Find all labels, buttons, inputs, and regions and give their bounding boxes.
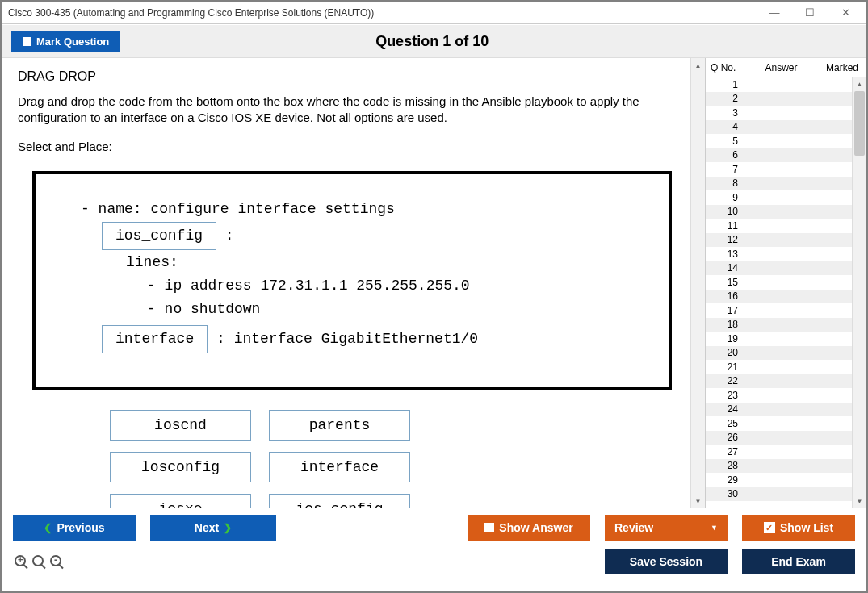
window-titlebar: Cisco 300-435 (Automating and Programmin… [2, 2, 866, 24]
question-row[interactable]: 12 [706, 233, 852, 248]
question-number: 8 [706, 177, 744, 189]
question-number: 3 [706, 107, 744, 119]
maximize-button[interactable]: ☐ [795, 5, 824, 21]
question-row[interactable]: 7 [706, 162, 852, 177]
option-ios-config[interactable]: ios config [269, 494, 410, 509]
option-iosxe[interactable]: iosxe [110, 494, 251, 509]
chevron-right-icon: ❯ [224, 522, 232, 533]
question-row[interactable]: 27 [706, 445, 852, 459]
question-row[interactable]: 9 [706, 190, 852, 205]
option-interface[interactable]: interface [269, 452, 410, 482]
question-number: 9 [706, 192, 744, 203]
next-button[interactable]: Next ❯ [150, 515, 276, 541]
zoom-controls [13, 553, 61, 570]
side-scroll-down-icon[interactable]: ▼ [853, 495, 866, 508]
button-row-1: ❮ Previous Next ❯ Show Answer Review ▼ ✓… [13, 515, 855, 541]
question-row[interactable]: 10 [706, 205, 852, 219]
scroll-down-icon[interactable]: ▼ [691, 494, 705, 508]
zoom-reset-icon[interactable] [32, 553, 44, 570]
question-number: 12 [706, 234, 744, 245]
window-title: Cisco 300-435 (Automating and Programmin… [8, 7, 760, 19]
question-number: 19 [706, 333, 744, 345]
show-answer-label: Show Answer [499, 521, 572, 534]
question-row[interactable]: 29 [706, 473, 852, 487]
question-row[interactable]: 5 [706, 134, 852, 148]
option-parents[interactable]: parents [269, 410, 410, 441]
question-number: 6 [706, 149, 744, 161]
question-number: 21 [706, 361, 744, 373]
review-button[interactable]: Review ▼ [605, 515, 728, 541]
option-ioscnd[interactable]: ioscnd [110, 410, 251, 441]
save-session-label: Save Session [630, 555, 702, 568]
question-row[interactable]: 19 [706, 332, 852, 346]
question-row[interactable]: 30 [706, 487, 852, 502]
question-row[interactable]: 28 [706, 459, 852, 474]
question-number: 23 [706, 390, 744, 401]
question-row[interactable]: 23 [706, 388, 852, 403]
check-icon: ✓ [764, 522, 775, 533]
ansible-code-box: - name: configure interface settings ios… [32, 171, 672, 390]
main-area: DRAG DROP Drag and drop the code from th… [2, 58, 866, 508]
question-row[interactable]: 26 [706, 431, 852, 445]
interface-text: : interface GigabitEthernet1/0 [216, 331, 478, 347]
question-row[interactable]: 3 [706, 106, 852, 120]
close-button[interactable]: ✕ [831, 5, 860, 21]
question-number: 11 [706, 220, 744, 232]
question-row[interactable]: 18 [706, 318, 852, 332]
question-number: 14 [706, 262, 744, 274]
show-list-button[interactable]: ✓ Show List [742, 515, 855, 541]
question-row[interactable]: 8 [706, 177, 852, 191]
question-row[interactable]: 21 [706, 360, 852, 374]
question-row[interactable]: 24 [706, 403, 852, 417]
question-number: 7 [706, 164, 744, 175]
show-list-label: Show List [780, 521, 833, 534]
option-losconfig[interactable]: losconfig [110, 452, 251, 482]
question-row[interactable]: 2 [706, 92, 852, 106]
review-label: Review [614, 521, 653, 534]
code-line-lines: lines: [81, 252, 644, 274]
question-row[interactable]: 4 [706, 120, 852, 135]
question-type: DRAG DROP [18, 69, 674, 84]
code-line-ip: - ip address 172.31.1.1 255.255.255.0 [81, 275, 644, 297]
question-number: 30 [706, 488, 744, 499]
question-row[interactable]: 16 [706, 290, 852, 304]
zoom-in-icon[interactable] [15, 553, 26, 570]
question-row[interactable]: 13 [706, 247, 852, 261]
code-line-module: ios_config : [81, 222, 644, 250]
scroll-up-icon[interactable]: ▲ [691, 58, 705, 73]
question-content: DRAG DROP Drag and drop the code from th… [2, 58, 690, 508]
previous-button[interactable]: ❮ Previous [13, 515, 136, 541]
question-number: 17 [706, 305, 744, 316]
minimize-button[interactable]: — [760, 5, 789, 21]
question-row[interactable]: 20 [706, 346, 852, 361]
side-scrollbar[interactable]: ▲ ▼ [852, 77, 866, 508]
show-answer-button[interactable]: Show Answer [468, 515, 590, 541]
question-rows: 1234567891011121314151617181920212223242… [706, 77, 852, 508]
question-row[interactable]: 1 [706, 77, 852, 92]
square-icon [484, 523, 494, 532]
save-session-button[interactable]: Save Session [605, 549, 728, 574]
col-answer: Answer [744, 62, 818, 73]
question-row[interactable]: 22 [706, 374, 852, 389]
content-scrollbar[interactable]: ▲ ▼ [690, 58, 705, 508]
question-number: 24 [706, 403, 744, 415]
question-number: 28 [706, 460, 744, 471]
question-row[interactable]: 17 [706, 303, 852, 318]
drop-zone-2[interactable]: interface [102, 325, 208, 353]
code-line-name: - name: configure interface settings [81, 198, 644, 220]
drop-zone-1[interactable]: ios_config [102, 222, 216, 250]
scrollbar-thumb[interactable] [854, 91, 865, 156]
content-wrap: DRAG DROP Drag and drop the code from th… [2, 58, 690, 508]
question-row[interactable]: 25 [706, 416, 852, 431]
question-row[interactable]: 11 [706, 219, 852, 233]
question-number: 1 [706, 79, 744, 90]
question-row[interactable]: 14 [706, 261, 852, 276]
col-marked: Marked [818, 62, 866, 73]
end-exam-button[interactable]: End Exam [742, 549, 855, 574]
zoom-out-icon[interactable] [50, 553, 61, 570]
question-row[interactable]: 15 [706, 275, 852, 290]
question-row[interactable]: 6 [706, 148, 852, 163]
side-scroll-up-icon[interactable]: ▲ [853, 77, 866, 91]
chevron-down-icon: ▼ [711, 524, 718, 532]
question-number: 5 [706, 136, 744, 147]
